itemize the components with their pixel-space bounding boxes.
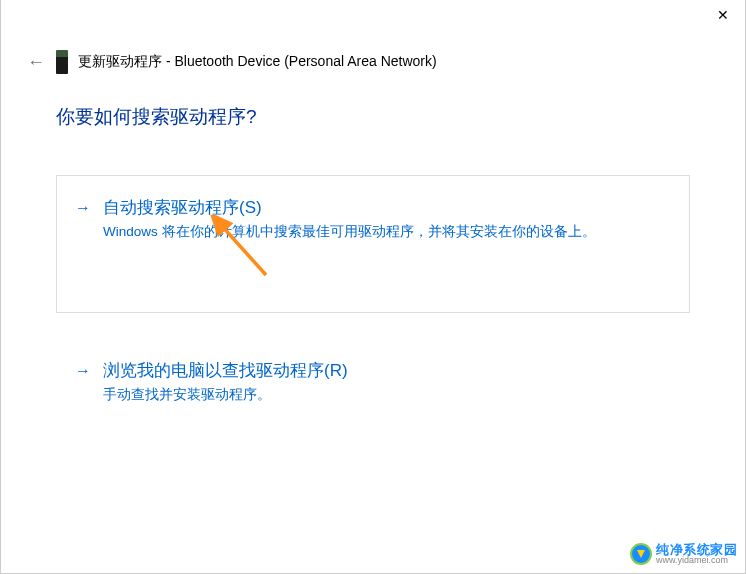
page-heading: 你要如何搜索驱动程序? (56, 104, 690, 130)
arrow-right-icon: → (75, 362, 91, 380)
option-browse-computer[interactable]: → 浏览我的电脑以查找驱动程序(R) 手动查找并安装驱动程序。 (56, 338, 690, 426)
option-text: 自动搜索驱动程序(S) Windows 将在你的计算机中搜索最佳可用驱动程序，并… (103, 196, 671, 242)
arrow-right-icon: → (75, 199, 91, 217)
update-driver-dialog: ✕ ← 更新驱动程序 - Bluetooth Device (Personal … (0, 0, 746, 574)
watermark-text: 纯净系统家园 www.yidamei.com (656, 543, 737, 565)
header: ← 更新驱动程序 - Bluetooth Device (Personal Ar… (1, 30, 745, 74)
option-text: 浏览我的电脑以查找驱动程序(R) 手动查找并安装驱动程序。 (103, 359, 671, 405)
close-icon: ✕ (717, 7, 729, 23)
option-auto-search[interactable]: → 自动搜索驱动程序(S) Windows 将在你的计算机中搜索最佳可用驱动程序… (56, 175, 690, 313)
content: 你要如何搜索驱动程序? → 自动搜索驱动程序(S) Windows 将在你的计算… (1, 74, 745, 426)
device-icon (56, 50, 68, 74)
watermark-logo-icon (630, 543, 652, 565)
titlebar: ✕ (1, 0, 745, 30)
option-desc: Windows 将在你的计算机中搜索最佳可用驱动程序，并将其安装在你的设备上。 (103, 222, 671, 242)
option-title: 浏览我的电脑以查找驱动程序(R) (103, 359, 671, 383)
back-button[interactable]: ← (26, 52, 46, 72)
watermark-url: www.yidamei.com (656, 556, 737, 565)
option-title: 自动搜索驱动程序(S) (103, 196, 671, 220)
close-button[interactable]: ✕ (700, 0, 745, 30)
option-desc: 手动查找并安装驱动程序。 (103, 385, 671, 405)
dialog-title: 更新驱动程序 - Bluetooth Device (Personal Area… (78, 53, 437, 71)
back-icon: ← (27, 52, 45, 73)
watermark: 纯净系统家园 www.yidamei.com (630, 543, 737, 565)
